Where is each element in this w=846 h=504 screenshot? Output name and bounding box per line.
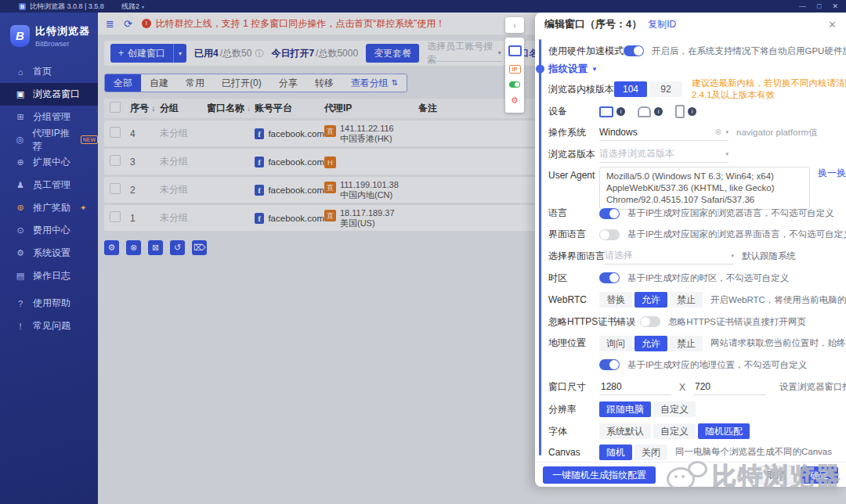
ignore-https-toggle[interactable] [640,316,660,327]
automation-toggle-icon[interactable] [509,81,520,88]
chevron-up-icon: ▼ [591,66,598,73]
group-icon: ⊞ [15,112,26,122]
android-device-icon[interactable] [638,106,651,117]
geo-allow-option[interactable]: 允许 [634,336,667,351]
random-fingerprint-button[interactable]: 一键随机生成指纹配置 [543,466,656,484]
sidebar-item-home[interactable]: ⌂ 首页 [0,60,98,83]
field-webrtc: WebRTC 替换 允许 禁止 开启WebRTC，将使用当前电脑的真实IP [535,289,846,311]
sidebar-item-group-management[interactable]: ⊞ 分组管理 [0,106,98,128]
field-kernel-version: 浏览器内核版本 104 92 建议选最新内核，若切换不同内核请清除缓存，以避免异… [535,77,846,102]
field-language: 语言 基于IP生成对应国家的浏览器语言，不勾选可自定义 [535,203,846,224]
field-os: 操作系统 Windows ⊗ ▾ navigator platform值 [535,121,846,143]
webrtc-allow-option[interactable]: 允许 [634,292,667,308]
section-fingerprint[interactable]: 指纹设置 ▼ [535,61,846,77]
resolution-follow-option[interactable]: 跟随电脑 [599,401,651,417]
font-default-option[interactable]: 系统默认 [599,423,651,439]
app-title: 比特浏览器 3.0.8 | 3.5.8 [30,2,104,12]
field-window-size: 窗口尺寸 X 设置浏览器窗口打开时的大小 [535,376,846,398]
canvas-random-option[interactable]: 随机 [599,445,632,460]
close-icon[interactable]: ✕ [828,19,837,31]
gear-icon[interactable]: ⚙ [511,96,519,105]
line-selector[interactable]: 线路2 ▾ [121,2,144,12]
field-geolocation-by-ip: 基于IP生成对应的地理位置，不勾选可自定义 [535,354,846,376]
webrtc-replace-option[interactable]: 替换 [599,292,632,308]
close-button[interactable]: ✕ [832,2,838,10]
sidebar-item-extensions[interactable]: ⊕ 扩展中心 [0,151,98,174]
geo-by-ip-toggle[interactable] [599,359,620,370]
canvas-off-option[interactable]: 关闭 [634,445,667,460]
sidebar: B 比特浏览器 BitBrowser ⌂ 首页 ▣ 浏览器窗口 ⊞ 分组管理 ◎… [0,13,98,504]
geo-ask-option[interactable]: 询问 [599,336,632,351]
maximize-button[interactable]: □ [817,2,821,10]
proxy-ip-icon[interactable]: IP [509,65,521,74]
info-icon: i [688,107,696,116]
sparkle-icon: ✦ [80,203,86,212]
kernel-92-option[interactable]: 92 [649,81,682,97]
desktop-device-icon[interactable] [599,106,613,117]
faq-icon: ! [15,322,26,331]
ui-language-toggle[interactable] [599,229,620,240]
hardware-acceleration-toggle[interactable] [624,45,644,56]
field-select-ui-language: 选择界面语言 请选择 ▾ 默认跟随系统 [535,245,846,267]
sidebar-item-promotion[interactable]: ⊛ 推广奖励 ✦ [0,196,98,219]
window-height-input[interactable] [693,379,765,395]
home-icon: ⌂ [15,67,26,77]
geo-disable-option[interactable]: 禁止 [670,336,703,351]
info-icon: i [616,107,625,116]
chevron-down-icon: ▾ [725,129,728,135]
chevron-right-icon: › [513,21,515,30]
resolution-custom-option[interactable]: 自定义 [653,401,696,417]
drawer-footer: 一键随机生成指纹配置 取消 确定 [535,462,846,488]
brand-title: 比特浏览器 [35,24,90,38]
browser-version-select[interactable]: 请选择浏览器版本 ▾ [599,146,728,163]
regenerate-ua-link[interactable]: 换一换 [818,167,846,180]
sidebar-item-faq[interactable]: ! 常见问题 [0,315,98,337]
language-toggle[interactable] [599,208,620,219]
field-hardware-acceleration: 使用硬件加速模式 开启后，在系统支持情况下将自动启用GPU硬件加速，提升浏览器性… [535,41,846,61]
copy-id-link[interactable]: 复制ID [648,18,676,31]
proxy-icon: ◎ [15,135,25,145]
window-width-input[interactable] [599,379,671,395]
field-resolution: 分辨率 跟随电脑 自定义 [535,398,846,420]
field-font: 字体 系统默认 自定义 随机匹配 [535,420,846,442]
windows-icon: ▣ [15,89,26,99]
field-user-agent: User Agent Mozilla/5.0 (Windows NT 6.3; … [535,165,846,203]
sidebar-item-staff[interactable]: ♟ 员工管理 [0,174,98,196]
cancel-button[interactable]: 取消 [758,466,794,484]
chevron-down-icon: ▾ [142,4,144,9]
chevron-down-icon: ▾ [731,253,734,259]
timeline-dot [536,65,544,74]
app-logo-icon: B [19,3,26,10]
new-badge: NEW [81,135,98,144]
sidebar-item-help[interactable]: ? 使用帮助 [0,292,98,315]
field-ignore-https: 忽略HTTPS证书错误 忽略HTTPS证书错误直接打开网页 [535,311,846,333]
os-select[interactable]: Windows ⊗ ▾ [599,124,728,141]
help-icon: ? [15,299,26,308]
sidebar-item-browser-windows[interactable]: ▣ 浏览器窗口 [0,83,98,106]
confirm-button[interactable]: 确定 [801,466,838,484]
billing-icon: ⊙ [15,225,26,236]
log-icon: ▤ [15,271,26,281]
drawer-collapse-button[interactable]: › [505,17,524,33]
field-canvas: Canvas 随机 关闭 同一电脑每个浏览器生成不同的Canvas [535,442,846,462]
phone-device-icon[interactable] [675,105,685,118]
sidebar-item-proxy-ip[interactable]: ◎ 代理IP推荐 NEW [0,128,98,151]
webrtc-disable-option[interactable]: 禁止 [670,292,703,308]
clear-icon[interactable]: ⊗ [714,127,721,137]
field-geolocation: 地理位置 询问 允许 禁止 网站请求获取您当前位置时，始终被允许 [535,333,846,354]
field-browser-version: 浏览器版本 请选择浏览器版本 ▾ [535,143,846,165]
sidebar-item-settings[interactable]: ⚙ 系统设置 [0,242,98,265]
quick-action-bar: IP ⚙ [505,38,524,113]
ui-language-select[interactable]: 请选择 ▾ [605,248,734,265]
brand: B 比特浏览器 BitBrowser [0,13,98,60]
gear-icon: ⚙ [15,248,26,258]
sidebar-item-logs[interactable]: ▤ 操作日志 [0,265,98,287]
font-random-option[interactable]: 随机匹配 [698,423,750,439]
sidebar-item-billing[interactable]: ⊙ 费用中心 [0,219,98,242]
drawer-title: 编辑窗口（序号：4） [544,17,642,31]
kernel-104-option[interactable]: 104 [614,81,647,97]
timezone-toggle[interactable] [599,272,620,283]
font-custom-option[interactable]: 自定义 [653,423,696,439]
minimize-button[interactable]: — [799,2,806,10]
group-control-icon[interactable] [508,45,522,56]
